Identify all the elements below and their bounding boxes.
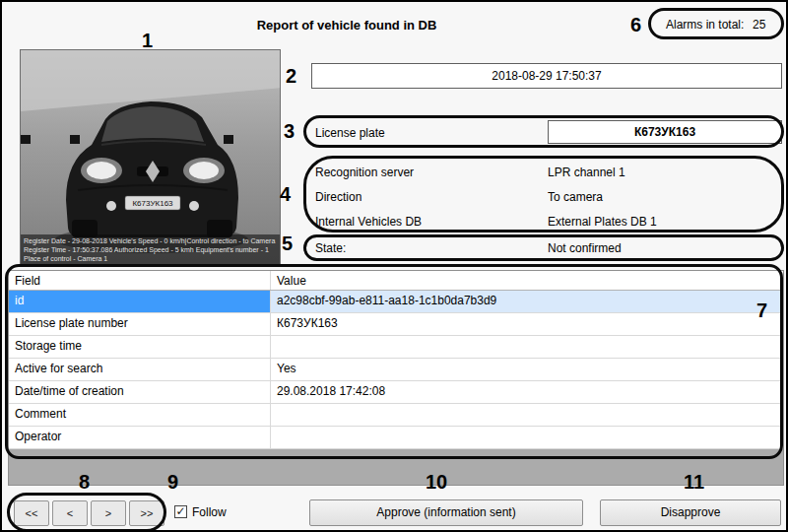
photo-caption: Register Date - 29-08-2018 Vehicle's Spe… — [21, 234, 280, 265]
nav-first-button[interactable]: << — [14, 500, 49, 526]
table-cell-field[interactable]: Active for search — [9, 359, 271, 380]
nav-next-button[interactable]: > — [91, 500, 126, 526]
state-value: Not confirmed — [548, 241, 622, 255]
table-row[interactable]: License plate number К673УК163 — [9, 313, 783, 336]
plate-text: К673УК163 — [132, 199, 173, 208]
table-row[interactable]: Operator — [9, 427, 783, 449]
table-cell-field[interactable]: License plate number — [9, 313, 271, 335]
table-empty-area — [9, 449, 783, 485]
annotation-6: 6 — [630, 14, 641, 36]
column-header-value: Value — [271, 271, 783, 290]
annotation-oval-5 — [303, 234, 784, 261]
table-row[interactable]: Storage time — [9, 336, 783, 359]
disapprove-button[interactable]: Disapprove — [600, 499, 781, 526]
column-header-field: Field — [9, 271, 271, 290]
follow-label: Follow — [192, 505, 227, 519]
record-table: Field Value id a2c98cbf-99ab-e811-aa18-1… — [8, 270, 784, 486]
window-title: Report of vehicle found in DB — [150, 18, 544, 33]
table-cell-field[interactable]: Storage time — [9, 336, 271, 358]
recognition-server-label: Recognition server — [315, 166, 414, 179]
table-header-row: Field Value — [9, 271, 783, 291]
recognition-server-value: LPR channel 1 — [548, 166, 625, 179]
report-window: Report of vehicle found in DB Alarms in … — [0, 0, 788, 532]
table-cell-value[interactable]: 29.08.2018 17:42:08 — [271, 381, 783, 403]
table-cell-field[interactable]: Operator — [9, 427, 271, 448]
table-row[interactable]: id a2c98cbf-99ab-e811-aa18-1c1b0da7b3d9 — [9, 291, 783, 313]
photo-caption-line: Register Time - 17:50:37.086 Authorized … — [24, 245, 277, 254]
approve-button[interactable]: Approve (information sent) — [309, 499, 583, 526]
table-row[interactable]: Active for search Yes — [9, 359, 783, 381]
alarms-total-count: 25 — [753, 18, 765, 32]
table-cell-value[interactable] — [271, 404, 783, 426]
state-label: State: — [315, 241, 346, 255]
table-cell-value[interactable]: a2c98cbf-99ab-e811-aa18-1c1b0da7b3d9 — [271, 291, 783, 312]
checkmark-icon: ✓ — [175, 504, 185, 518]
table-cell-field[interactable]: Date/time of creation — [9, 381, 271, 403]
direction-label: Direction — [315, 190, 361, 204]
nav-prev-button[interactable]: < — [52, 500, 88, 526]
datetime-field[interactable]: 2018-08-29 17:50:37 — [311, 63, 782, 89]
vehicle-photo: К673УК163 Register Date - 29-08-2018 Veh… — [20, 49, 281, 266]
alarms-total-label: Alarms in total: — [666, 18, 744, 32]
annotation-5: 5 — [282, 233, 293, 255]
annotation-2: 2 — [286, 65, 296, 88]
table-row[interactable]: Date/time of creation 29.08.2018 17:42:0… — [9, 381, 783, 404]
photo-caption-line: Register Date - 29-08-2018 Vehicle's Spe… — [24, 236, 277, 245]
internal-db-value: External Plates DB 1 — [548, 215, 657, 229]
table-cell-value[interactable] — [271, 336, 783, 358]
license-plate-label: License plate — [315, 126, 385, 140]
table-cell-field[interactable]: id — [9, 291, 271, 312]
photo-caption-line: Place of control - Camera 1 — [24, 254, 277, 263]
nav-last-button[interactable]: >> — [129, 500, 164, 526]
annotation-4: 4 — [280, 183, 291, 206]
table-cell-value[interactable] — [271, 427, 783, 448]
table-cell-value[interactable]: К673УК163 — [271, 313, 783, 335]
follow-checkbox[interactable]: ✓ — [174, 505, 187, 518]
internal-db-label: Internal Vehicles DB — [315, 215, 422, 229]
license-plate-field[interactable]: К673УК163 — [548, 120, 782, 144]
table-cell-value[interactable]: Yes — [271, 359, 783, 380]
table-cell-field[interactable]: Comment — [9, 404, 271, 426]
table-row[interactable]: Comment — [9, 404, 783, 427]
direction-value: To camera — [548, 190, 603, 204]
annotation-3: 3 — [284, 120, 295, 143]
